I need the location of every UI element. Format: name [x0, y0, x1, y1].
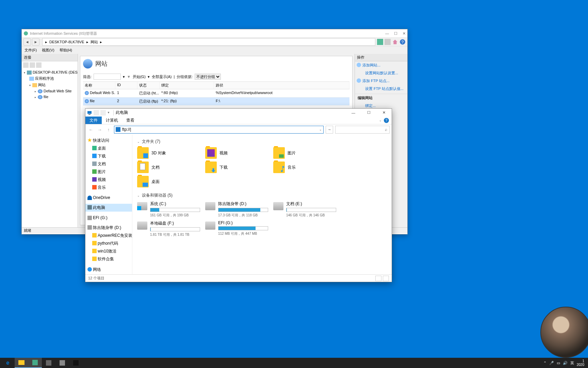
- tab-file[interactable]: 文件: [85, 117, 102, 124]
- folder-icon: [137, 147, 149, 159]
- explorer-titlebar[interactable]: ▼ 此电脑 — ☐ ✕: [85, 109, 392, 117]
- folders-group-header[interactable]: ⌄文件夹 (7): [137, 139, 387, 144]
- maximize-button[interactable]: ☐: [394, 31, 397, 36]
- tab-computer[interactable]: 计算机: [102, 117, 122, 124]
- sites-table: 名称 ID 状态 绑定 路径 Default Web S... 1 已启动 (h…: [83, 81, 349, 106]
- folder-item[interactable]: 图片: [273, 147, 336, 159]
- tab-view[interactable]: 查看: [122, 117, 138, 124]
- folder-label: 桌面: [151, 179, 160, 185]
- tray-mic-icon[interactable]: 🎤: [549, 361, 554, 365]
- nav-pictures[interactable]: 图片: [85, 168, 132, 176]
- folder-icon: [273, 162, 285, 173]
- menu-view[interactable]: 视图(V): [42, 48, 54, 53]
- taskbar[interactable]: e ⌃ 🎤 ▭ 🔊 英 12020: [0, 358, 588, 368]
- nav-quick-access[interactable]: 快速访问: [85, 137, 132, 144]
- view-details-button[interactable]: [375, 276, 381, 281]
- nav-thispc[interactable]: 此电脑: [85, 204, 132, 212]
- tray-chevron-icon[interactable]: ⌃: [543, 361, 546, 365]
- minimize-button[interactable]: —: [385, 31, 389, 36]
- back-button[interactable]: ◄: [23, 38, 31, 46]
- edit-section: 编辑网站: [355, 94, 407, 102]
- iis-titlebar[interactable]: Internet Information Services (IIS)管理器 —…: [22, 29, 407, 37]
- nav-folder[interactable]: ApowerREC免安装: [85, 232, 132, 240]
- nav-music[interactable]: 音乐: [85, 184, 132, 191]
- drive-item[interactable]: 文档 (E:) 146 GB 可用，共 146 GB: [273, 201, 336, 218]
- ribbon-expand-icon[interactable]: ⌄: [379, 119, 382, 122]
- breadcrumb[interactable]: ▸DESKTOP-8LK78VE ▸网站 ▸: [42, 38, 375, 46]
- folder-item[interactable]: 下载: [205, 162, 268, 173]
- refresh-icon[interactable]: [377, 39, 383, 45]
- go-button[interactable]: →: [326, 126, 333, 134]
- drives-group-header[interactable]: ⌄设备和驱动器 (5): [137, 193, 387, 198]
- action-set-default[interactable]: 设置网站默认设置...: [355, 69, 407, 77]
- minimize-button[interactable]: —: [346, 109, 361, 117]
- drive-item[interactable]: 系统 (C:) 161 GB 可用，共 199 GB: [137, 201, 200, 218]
- filter-input[interactable]: [94, 74, 121, 80]
- stop-icon[interactable]: [385, 39, 391, 45]
- nav-documents[interactable]: 文档: [85, 160, 132, 168]
- group-select[interactable]: 不进行分组: [195, 74, 221, 80]
- table-header[interactable]: 名称 ID 状态 绑定 路径: [83, 82, 349, 89]
- view-icons-button[interactable]: [383, 276, 389, 281]
- folder-item[interactable]: 文档: [137, 162, 200, 173]
- address-bar[interactable]: ftp://| ⌄: [114, 126, 324, 134]
- connections-tree[interactable]: ▾DESKTOP-8LK78VE (DESKT 应用程序池 ▾网站 ▸Defau…: [22, 69, 78, 227]
- folder-item[interactable]: 音乐: [273, 162, 336, 173]
- menu-help[interactable]: 帮助(H): [60, 48, 72, 53]
- table-row[interactable]: file 2 已启动 (ftp) *:21: (ftp) F:\: [83, 97, 349, 106]
- menu-file[interactable]: 文件(F): [24, 48, 37, 53]
- taskbar-app[interactable]: [42, 358, 55, 368]
- nav-folder[interactable]: python代码: [85, 240, 132, 247]
- tray-network-icon[interactable]: ▭: [557, 361, 560, 365]
- home-icon[interactable]: [392, 39, 398, 45]
- nav-folder[interactable]: 软件合集: [85, 255, 132, 263]
- folder-icon: [205, 162, 217, 173]
- action-add-ftp[interactable]: 添加 FTP 站点...: [355, 77, 407, 85]
- action-set-ftp[interactable]: 设置 FTP 站点默认值...: [355, 85, 407, 93]
- drive-item[interactable]: 陈吉随身带 (D:) 17.3 GB 可用，共 118 GB: [205, 201, 268, 218]
- tray-ime[interactable]: 英: [570, 361, 574, 366]
- taskbar-app[interactable]: [55, 358, 69, 368]
- folder-label: 文档: [151, 165, 160, 170]
- taskbar-app[interactable]: [28, 358, 42, 368]
- clock[interactable]: 12020: [577, 359, 584, 367]
- nav-usb[interactable]: 陈吉随身带 (D:): [85, 224, 132, 232]
- nav-pane[interactable]: 快速访问 桌面 下载 文档 图片 视频 音乐 OneDrive 此电脑 EFI …: [85, 135, 132, 274]
- close-button[interactable]: ✕: [403, 31, 406, 36]
- qat-icon[interactable]: [94, 110, 99, 116]
- drive-usage-bar: [218, 208, 268, 212]
- table-row[interactable]: Default Web S... 1 已启动 (ht... *:80 (http…: [83, 89, 349, 97]
- folder-item[interactable]: 视频: [205, 147, 268, 159]
- tray-volume-icon[interactable]: 🔊: [563, 361, 568, 365]
- help-icon[interactable]: ?: [384, 118, 389, 123]
- system-tray[interactable]: ⌃ 🎤 ▭ 🔊 英 12020: [543, 359, 587, 367]
- nav-efi[interactable]: EFI (G:): [85, 214, 132, 221]
- nav-network[interactable]: 网络: [85, 266, 132, 274]
- up-button[interactable]: ↑: [105, 127, 112, 132]
- nav-onedrive[interactable]: OneDrive: [85, 194, 132, 201]
- maximize-button[interactable]: ☐: [361, 109, 376, 117]
- explorer-taskbar-button[interactable]: [15, 358, 28, 368]
- close-button[interactable]: ✕: [376, 109, 392, 117]
- nav-videos[interactable]: 视频: [85, 176, 132, 184]
- folder-item[interactable]: 3D 对象: [137, 147, 200, 159]
- action-add-site[interactable]: 添加网站...: [355, 61, 407, 69]
- help-icon[interactable]: ?: [399, 39, 406, 45]
- connections-header: 连接: [22, 54, 78, 61]
- forward-button[interactable]: →: [96, 127, 103, 132]
- svg-rect-1: [377, 39, 383, 45]
- search-box[interactable]: ⌕: [335, 126, 390, 134]
- qat-icon[interactable]: [100, 110, 106, 116]
- svg-rect-7: [88, 114, 91, 115]
- folder-item[interactable]: 桌面: [137, 176, 200, 187]
- nav-desktop[interactable]: 桌面: [85, 144, 132, 152]
- forward-button[interactable]: ►: [32, 38, 39, 46]
- back-button[interactable]: ←: [87, 127, 94, 132]
- content-area[interactable]: ⌄文件夹 (7) 3D 对象视频图片文档下载音乐桌面 ⌄设备和驱动器 (5) 系…: [132, 135, 392, 274]
- taskbar-app[interactable]: [69, 358, 83, 368]
- drive-item[interactable]: EFI (G:) 112 MB 可用，共 447 MB: [205, 220, 268, 237]
- nav-folder[interactable]: win10激活: [85, 247, 132, 255]
- edge-button[interactable]: e: [1, 358, 15, 368]
- drive-item[interactable]: 本地磁盘 (F:) 1.81 TB 可用，共 1.81 TB: [137, 220, 200, 237]
- nav-downloads[interactable]: 下载: [85, 152, 132, 160]
